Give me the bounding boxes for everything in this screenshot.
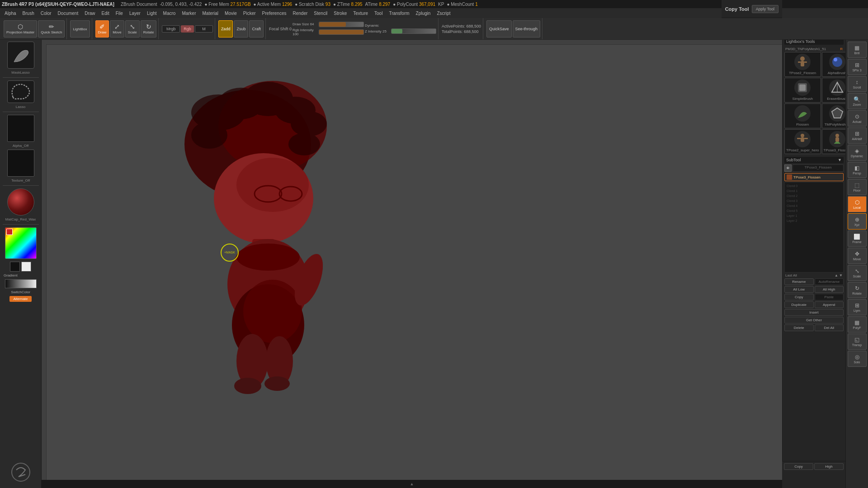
actual-btn[interactable]: ⊙ Actual — [848, 110, 867, 127]
spix-btn[interactable]: ⊞ SPix 3 — [848, 59, 867, 75]
rgb-intensity-slider[interactable] — [319, 29, 364, 35]
menu-alpha[interactable]: Alpha — [2, 10, 19, 17]
brush-preview[interactable] — [7, 42, 34, 69]
aahalf-btn[interactable]: ⊞ AAHalf — [848, 127, 867, 144]
menu-render[interactable]: Render — [290, 10, 311, 17]
menu-movie[interactable]: Movie — [222, 10, 240, 17]
move-side-icon: ✥ — [855, 251, 859, 257]
scale-button[interactable]: ⤡ Scale — [125, 20, 140, 38]
brush-tpose2-flossen[interactable]: TPose2_Flossen — [784, 52, 821, 77]
rgb-channel[interactable]: Rgb — [181, 25, 194, 33]
m-label[interactable]: M — [195, 25, 213, 33]
color-picker[interactable] — [5, 227, 37, 259]
getother-button[interactable]: Get Other — [784, 317, 844, 324]
menu-picker[interactable]: Picker — [241, 10, 259, 17]
gradient-swatch[interactable] — [5, 279, 37, 288]
allhigh-button[interactable]: All High — [815, 286, 844, 293]
xyz-btn[interactable]: ⊕ Xyz — [848, 213, 867, 230]
append-button[interactable]: Append — [815, 301, 844, 308]
menu-edit[interactable]: Edit — [99, 10, 112, 17]
menu-light[interactable]: Light — [144, 10, 160, 17]
transp-btn[interactable]: ◱ Transp — [848, 333, 867, 350]
insert-button[interactable]: Insert — [784, 309, 844, 316]
quick-sketch-button[interactable]: ✏ Quick Sketch — [38, 20, 65, 38]
persp-btn[interactable]: ◧ Persp — [848, 162, 867, 178]
scale-side-btn[interactable]: ⤡ Scale — [848, 265, 867, 281]
scroll-btn[interactable]: ↕ Scroll — [848, 76, 867, 92]
menu-marker[interactable]: Marker — [179, 10, 198, 17]
zadd-button[interactable]: Zadd — [218, 20, 233, 38]
menu-brush[interactable]: Brush — [20, 10, 37, 17]
high-button[interactable]: High — [814, 463, 844, 470]
copy-bottom-button[interactable]: Copy — [784, 463, 813, 470]
menu-stencil[interactable]: Stencil — [311, 10, 330, 17]
projection-master-button[interactable]: ⬡ Projection Master — [4, 20, 37, 38]
canvas-area[interactable]: +MASK — [42, 40, 789, 488]
menu-tool[interactable]: Tool — [372, 10, 385, 17]
delete-button[interactable]: Delete — [784, 324, 814, 331]
apply-tool-button[interactable]: Apply Tool — [752, 5, 778, 13]
move-side-btn[interactable]: ✥ Move — [848, 248, 867, 264]
menu-stroke[interactable]: Stroke — [331, 10, 349, 17]
alllow-button[interactable]: All Low — [784, 286, 814, 293]
menu-transform[interactable]: Transform — [386, 10, 412, 17]
brush-alphabrush[interactable]: AlphaBrush — [822, 52, 846, 77]
white-swatch[interactable] — [21, 262, 31, 272]
draw-button[interactable]: ✐ Draw — [95, 20, 109, 38]
menu-document[interactable]: Document — [55, 10, 81, 17]
menu-file[interactable]: File — [113, 10, 126, 17]
rotate-side-btn[interactable]: ↻ Rotate — [848, 282, 867, 298]
svg-rect-39 — [804, 138, 808, 139]
draw-size-slider[interactable] — [319, 22, 364, 27]
brush-tpose3-flossen[interactable]: TPose3_Flossen — [822, 129, 846, 154]
see-through-button[interactable]: See-through — [513, 20, 541, 38]
craft-button[interactable]: Craft — [249, 20, 264, 38]
menu-layer[interactable]: Layer — [127, 10, 143, 17]
brush-eraserbrush[interactable]: EraserBrush — [822, 78, 846, 103]
liym-btn[interactable]: ⊞ Liym — [848, 299, 867, 315]
material-sphere[interactable] — [7, 188, 34, 216]
mrgb-button[interactable]: Mrgb — [162, 25, 180, 33]
black-swatch[interactable] — [10, 262, 20, 272]
polyf-btn[interactable]: ▦ PolyF — [848, 316, 867, 333]
menu-zplugin[interactable]: Zplugin — [413, 10, 434, 17]
brush-tmpolymesh[interactable]: TMPolyMesh_1 — [822, 103, 846, 128]
quicksave-button[interactable]: QuickSave — [486, 20, 512, 38]
z-intensity-slider[interactable] — [391, 28, 436, 34]
rotate-button[interactable]: ↻ Rotate — [141, 20, 157, 38]
duplicate-button[interactable]: Duplicate — [784, 301, 814, 308]
frame-btn[interactable]: ⬜ Frame — [848, 230, 867, 247]
lightbox-button[interactable]: LightBox — [70, 20, 90, 38]
zsub-button[interactable]: Zsub — [234, 20, 248, 38]
rename-row: Rename AutoRename — [784, 278, 844, 285]
rename-button[interactable]: Rename — [784, 278, 814, 285]
focal-shift-display: Focal Shift 0 — [269, 27, 292, 31]
local-btn[interactable]: ⬡ Local — [848, 196, 867, 212]
brush-flossen[interactable]: Flossen — [784, 103, 821, 128]
delall-button[interactable]: Del All — [815, 324, 844, 331]
menu-color[interactable]: Color — [38, 10, 54, 17]
dynamic-btn[interactable]: ◈ Dynamic — [848, 145, 867, 161]
move-button[interactable]: ⤢ Move — [110, 20, 124, 38]
bottom-bar: ▲ — [42, 480, 782, 488]
menu-material[interactable]: Material — [200, 10, 222, 17]
menu-macro[interactable]: Macro — [160, 10, 179, 17]
menu-texture[interactable]: Texture — [350, 10, 371, 17]
lasso-preview[interactable] — [7, 80, 34, 103]
brill-btn[interactable]: ▦ Brill — [848, 42, 867, 58]
floor-btn[interactable]: ⬚ Floor — [848, 179, 867, 195]
brush-tpose2-superhero[interactable]: TPose2_super_hero — [784, 129, 821, 154]
switch-color-label: SwitchColor — [11, 290, 30, 294]
brush-simplebrush[interactable]: SimpleBrush — [784, 78, 821, 103]
subtool-eye-icon[interactable]: 👁 — [784, 164, 792, 172]
menu-zscript[interactable]: Zscript — [434, 10, 453, 17]
menu-draw[interactable]: Draw — [82, 10, 98, 17]
alternate-button[interactable]: Alternate — [9, 296, 31, 302]
copy-button[interactable]: Copy — [784, 294, 814, 300]
alpha-preview[interactable] — [7, 115, 34, 142]
zoom-btn[interactable]: 🔍 Zoom — [848, 93, 867, 109]
solo-btn[interactable]: ◎ Solo — [848, 351, 867, 367]
texture-preview[interactable] — [7, 150, 34, 177]
menu-preferences[interactable]: Preferences — [259, 10, 289, 17]
subtool-item-0[interactable]: TPose3_Flossen — [784, 173, 844, 181]
